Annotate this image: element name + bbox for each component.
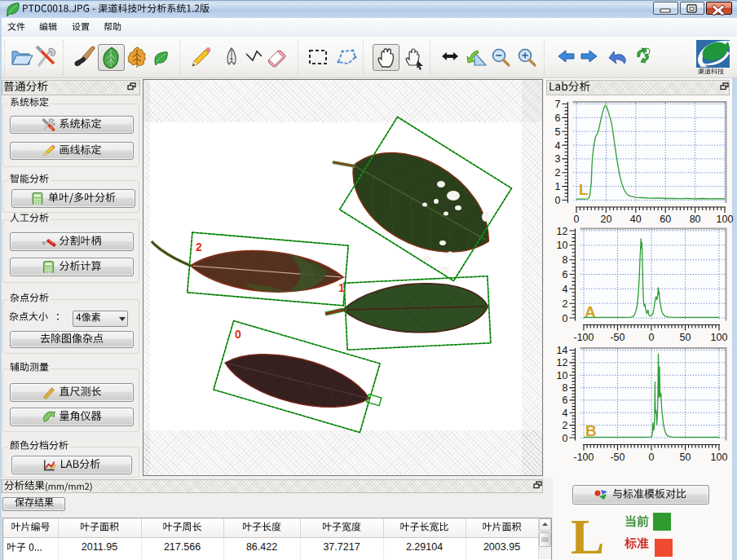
svg-text:217.566: 217.566 bbox=[164, 541, 201, 553]
svg-text:50: 50 bbox=[680, 452, 691, 463]
svg-text:L: L bbox=[579, 181, 589, 198]
svg-text:80: 80 bbox=[690, 214, 701, 225]
svg-text:40: 40 bbox=[630, 214, 642, 225]
svg-text:14: 14 bbox=[557, 345, 568, 356]
svg-text:8: 8 bbox=[563, 382, 568, 394]
svg-text:2: 2 bbox=[563, 420, 568, 431]
svg-text:-100: -100 bbox=[573, 332, 594, 343]
svg-text:2: 2 bbox=[196, 240, 202, 254]
svg-text:4: 4 bbox=[563, 408, 568, 419]
svg-text:20: 20 bbox=[600, 214, 611, 225]
svg-text:86.422: 86.422 bbox=[246, 541, 277, 553]
svg-text:50: 50 bbox=[680, 332, 691, 343]
svg-text:2003.95: 2003.95 bbox=[483, 541, 520, 553]
svg-text:37.7217: 37.7217 bbox=[323, 541, 360, 553]
svg-text:10: 10 bbox=[557, 240, 568, 251]
svg-text:A: A bbox=[585, 303, 596, 320]
svg-text:0: 0 bbox=[649, 332, 655, 343]
svg-text:2.29104: 2.29104 bbox=[406, 541, 443, 553]
svg-text:0: 0 bbox=[235, 328, 241, 341]
svg-text:B: B bbox=[585, 422, 597, 439]
svg-text:6: 6 bbox=[563, 269, 568, 280]
svg-text:7: 7 bbox=[555, 99, 561, 110]
svg-text:10: 10 bbox=[557, 370, 568, 381]
svg-text:2011.95: 2011.95 bbox=[82, 541, 117, 553]
svg-text:1: 1 bbox=[555, 181, 561, 192]
svg-text:4: 4 bbox=[555, 140, 561, 152]
svg-text:12: 12 bbox=[557, 226, 568, 237]
svg-text:5: 5 bbox=[555, 126, 561, 138]
svg-text:1: 1 bbox=[338, 281, 345, 294]
svg-text:6: 6 bbox=[555, 112, 561, 124]
svg-text:100: 100 bbox=[717, 214, 734, 225]
svg-text:-50: -50 bbox=[610, 332, 624, 343]
svg-text:-50: -50 bbox=[610, 452, 624, 463]
svg-text:6: 6 bbox=[563, 395, 568, 406]
svg-text:0: 0 bbox=[649, 452, 655, 463]
svg-text:100: 100 bbox=[711, 452, 728, 463]
svg-text:8: 8 bbox=[563, 254, 568, 266]
svg-text:-100: -100 bbox=[573, 452, 594, 463]
svg-text:0: 0 bbox=[563, 433, 568, 444]
svg-text:0: 0 bbox=[563, 313, 568, 324]
svg-text:0: 0 bbox=[555, 195, 561, 206]
svg-text:3: 3 bbox=[555, 153, 561, 165]
svg-text:2: 2 bbox=[563, 298, 568, 310]
svg-text:4: 4 bbox=[563, 284, 568, 295]
svg-text:L: L bbox=[571, 509, 604, 560]
svg-text:0: 0 bbox=[574, 214, 580, 225]
svg-text:100: 100 bbox=[711, 332, 728, 343]
svg-text:60: 60 bbox=[660, 214, 671, 225]
svg-text:12: 12 bbox=[557, 357, 568, 368]
svg-text:2: 2 bbox=[555, 167, 561, 179]
